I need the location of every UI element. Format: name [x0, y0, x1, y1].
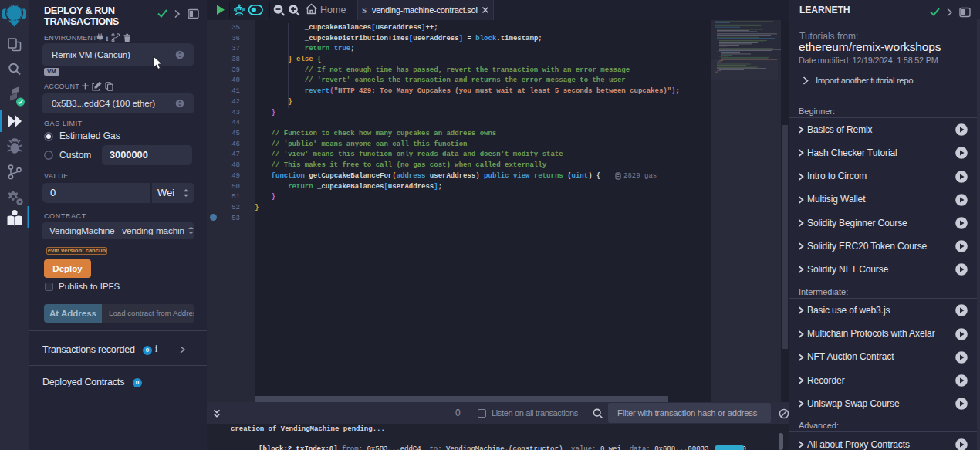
svg-text:i: i — [106, 34, 109, 42]
